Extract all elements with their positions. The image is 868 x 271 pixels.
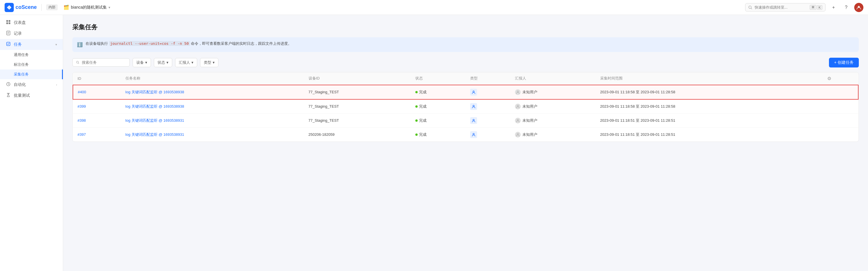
task-search-input[interactable] xyxy=(82,60,126,65)
chevron-down-icon: ▾ xyxy=(108,5,110,9)
cell-id: #400 xyxy=(73,85,121,99)
svg-point-19 xyxy=(473,119,474,121)
tasks-table-wrap: ID 任务名称 设备ID 状态 类型 汇报人 采集时间范围 ⚙ xyxy=(72,72,859,142)
task-name-link[interactable]: log 关键词匹配监听 @ 1693538931 xyxy=(125,118,184,123)
sidebar-main-section: 仪表盘 记录 任务 ▾ 通用任务 xyxy=(0,15,63,103)
col-settings: ⚙ xyxy=(823,72,858,85)
task-name-link[interactable]: log 关键词匹配监听 @ 1693538931 xyxy=(125,132,184,137)
toolbar: 设备 ▾ 状态 ▾ 汇报人 ▾ 类型 ▾ + 创建任务 xyxy=(72,58,859,67)
cell-status: 完成 xyxy=(411,85,466,99)
col-id: ID xyxy=(73,72,121,85)
user-cell: 未知用户 xyxy=(515,89,591,95)
task-name-link[interactable]: log 关键词匹配监听 @ 1693538938 xyxy=(125,90,184,94)
sidebar-item-tasks[interactable]: 任务 ▾ xyxy=(0,39,63,50)
reporter-filter-btn[interactable]: 汇报人 ▾ xyxy=(175,58,197,67)
user-avatar-small xyxy=(515,118,521,123)
table-row: #398 log 关键词匹配监听 @ 1693538931 77_Staging… xyxy=(73,113,858,127)
reporter-name: 未知用户 xyxy=(522,104,537,109)
id-link[interactable]: #400 xyxy=(78,90,86,94)
collection-tasks-label: 采集任务 xyxy=(14,72,29,77)
logo-text: coScene xyxy=(16,4,37,10)
user-cell: 未知用户 xyxy=(515,118,591,123)
project-selector[interactable]: 🗂️ bianca的随机测试集 ▾ xyxy=(61,3,113,11)
global-search-box[interactable]: ⌘ K xyxy=(745,3,826,11)
info-text: 在设备端执行 journalctl --user-unit=cos -f -n … xyxy=(86,41,291,47)
svg-rect-3 xyxy=(6,20,8,22)
task-search-wrap[interactable] xyxy=(72,58,130,67)
id-link[interactable]: #398 xyxy=(78,118,86,123)
sidebar-item-dashboard[interactable]: 仪表盘 xyxy=(0,17,63,28)
cell-actions xyxy=(823,113,858,127)
col-task-name: 任务名称 xyxy=(121,72,304,85)
sidebar-tasks-submenu: 通用任务 标注任务 采集任务 xyxy=(0,50,63,79)
info-command: journalctl --user-unit=cos -f -n 50 xyxy=(109,41,190,46)
divider xyxy=(41,4,42,11)
device-filter-label: 设备 xyxy=(136,60,144,65)
sidebar-sub-item-collection-tasks[interactable]: 采集任务 xyxy=(0,69,63,79)
create-task-btn[interactable]: + 创建任务 xyxy=(829,58,859,67)
cell-id: #397 xyxy=(73,127,121,142)
cell-id: #398 xyxy=(73,113,121,127)
topbar-right: ⌘ K + ? xyxy=(745,3,863,12)
add-button[interactable]: + xyxy=(829,3,838,12)
svg-point-16 xyxy=(517,91,519,92)
batch-test-icon xyxy=(6,93,11,98)
project-icon: 🗂️ xyxy=(63,5,69,10)
cell-id: #399 xyxy=(73,99,121,114)
table-settings-icon[interactable]: ⚙ xyxy=(827,76,831,81)
sidebar-item-records[interactable]: 记录 xyxy=(0,28,63,39)
id-link[interactable]: #397 xyxy=(78,132,86,137)
cell-actions xyxy=(823,85,858,99)
cell-time-range: 2023-09-01 11:18:51 至 2023-09-01 11:28:5… xyxy=(596,127,823,142)
records-icon xyxy=(6,31,11,36)
task-name-link[interactable]: log 关键词匹配监听 @ 1693538938 xyxy=(125,104,184,109)
cell-status: 完成 xyxy=(411,127,466,142)
id-link[interactable]: #399 xyxy=(78,104,86,109)
reporter-name: 未知用户 xyxy=(522,90,537,95)
sidebar-sub-item-annotation-tasks[interactable]: 标注任务 xyxy=(0,60,63,69)
tasks-table: ID 任务名称 设备ID 状态 类型 汇报人 采集时间范围 ⚙ xyxy=(73,72,859,142)
help-button[interactable]: ? xyxy=(842,3,851,12)
status-badge: 完成 xyxy=(415,132,427,137)
device-filter-btn[interactable]: 设备 ▾ xyxy=(133,58,151,67)
cell-status: 完成 xyxy=(411,113,466,127)
type-filter-btn[interactable]: 类型 ▾ xyxy=(200,58,218,67)
status-badge: 完成 xyxy=(415,90,427,95)
cell-type xyxy=(466,113,510,127)
reporter-filter-label: 汇报人 xyxy=(179,60,190,65)
col-time-range: 采集时间范围 xyxy=(596,72,823,85)
col-reporter: 汇报人 xyxy=(510,72,595,85)
cell-status: 完成 xyxy=(411,99,466,114)
svg-point-22 xyxy=(517,133,519,134)
user-cell: 未知用户 xyxy=(515,132,591,138)
sidebar-label-dashboard: 仪表盘 xyxy=(14,20,57,25)
svg-rect-5 xyxy=(6,22,8,24)
top-bar: coScene 内部 🗂️ bianca的随机测试集 ▾ ⌘ K + xyxy=(0,0,868,15)
kbd-cmd: ⌘ xyxy=(810,5,816,10)
logo: coScene xyxy=(5,3,37,12)
cell-time-range: 2023-09-01 11:18:58 至 2023-09-01 11:28:5… xyxy=(596,99,823,114)
tasks-arrow-icon: ▾ xyxy=(55,43,57,47)
type-icon xyxy=(470,103,477,110)
status-filter-arrow: ▾ xyxy=(166,60,168,65)
user-cell: 未知用户 xyxy=(515,103,591,109)
status-badge: 完成 xyxy=(415,118,427,123)
device-filter-arrow: ▾ xyxy=(145,60,147,65)
sidebar-sub-item-general-tasks[interactable]: 通用任务 xyxy=(0,50,63,60)
table-body: #400 log 关键词匹配监听 @ 1693538938 77_Staging… xyxy=(73,85,858,142)
status-dot-icon xyxy=(415,91,417,93)
status-filter-btn[interactable]: 状态 ▾ xyxy=(154,58,172,67)
sidebar-item-batch-test[interactable]: 批量测试 xyxy=(0,90,63,101)
avatar[interactable] xyxy=(854,3,863,12)
dashboard-icon xyxy=(6,20,11,26)
type-icon xyxy=(470,117,477,124)
page-title: 采集任务 xyxy=(72,23,859,32)
svg-point-20 xyxy=(517,119,519,121)
cell-task-name: log 关键词匹配监听 @ 1693538938 xyxy=(121,85,304,99)
info-icon: ℹ️ xyxy=(77,41,83,49)
user-icon xyxy=(516,132,520,137)
create-task-label: + 创建任务 xyxy=(834,60,854,65)
sidebar-item-automation[interactable]: 自动化 › xyxy=(0,79,63,90)
global-search-input[interactable] xyxy=(755,5,807,9)
task-search-icon xyxy=(76,61,80,64)
